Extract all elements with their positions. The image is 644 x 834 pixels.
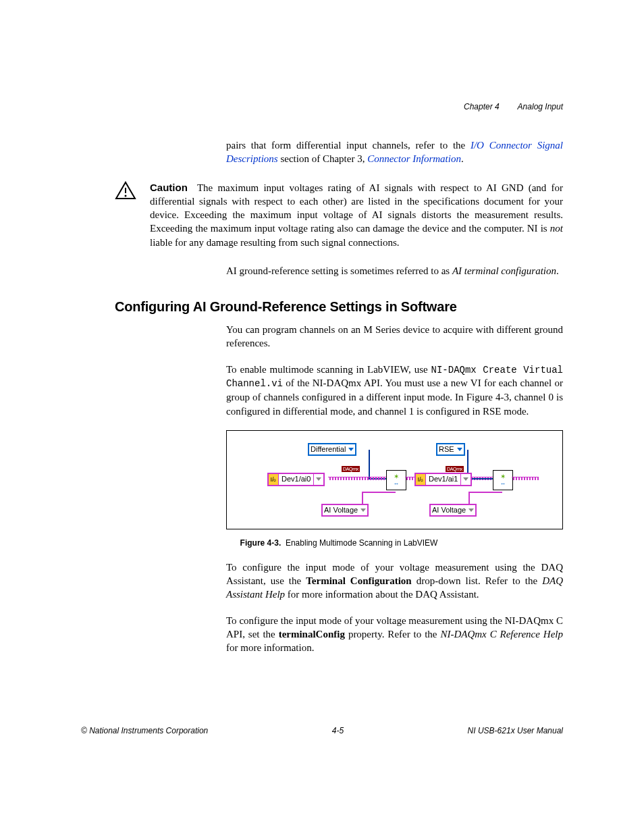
p4-post: for more information.: [226, 642, 314, 653]
note-pre: AI ground-reference setting is sometimes…: [226, 265, 452, 276]
dropdown-rse[interactable]: RSE: [436, 443, 465, 456]
aivolt-label-right: AI Voltage: [432, 505, 466, 515]
intro-pre: pairs that form differential input chann…: [226, 140, 471, 151]
wire-wavy: [328, 477, 386, 480]
dropdown-arrow-icon: [360, 509, 366, 512]
wire: [369, 450, 370, 478]
p4-italic: NI-DAQmx C Reference Help: [440, 629, 563, 640]
rse-label: RSE: [439, 444, 454, 454]
caution-post: liable for any damage resulting from suc…: [150, 237, 399, 248]
intro-paragraph: pairs that form differential input chann…: [226, 138, 563, 166]
para-1: You can program channels on an M Series …: [226, 323, 563, 350]
footer-right: NI USB-621x User Manual: [468, 725, 563, 736]
page-footer: © National Instruments Corporation 4-5 N…: [81, 725, 563, 736]
figcap-text: Enabling Multimode Scanning in LabVIEW: [286, 538, 437, 548]
page: Chapter 4 Analog Input pairs that form d…: [0, 0, 644, 707]
footer-center: 4-5: [332, 725, 344, 736]
para-4: To configure the input mode of your volt…: [226, 614, 563, 655]
caution-pre: The maximum input voltages rating of AI …: [150, 182, 563, 234]
p2-pre: To enable multimode scanning in LabVIEW,…: [226, 364, 431, 375]
dropdown-arrow-icon: [348, 448, 354, 451]
dropdown-differential[interactable]: Differential: [308, 443, 356, 456]
header-title: Analog Input: [518, 102, 563, 111]
p3-post: for more information about the DAQ Assis…: [285, 589, 479, 600]
intro-post: .: [461, 153, 464, 164]
link-connector-info[interactable]: Connector Information: [367, 153, 461, 164]
daqmx-label-left: DAQmx: [342, 466, 360, 472]
dev0-label: Dev1/ai0: [279, 474, 313, 484]
dev1-label: Dev1/ai1: [426, 474, 460, 484]
io-arrow-icon: [313, 474, 323, 485]
aivolt-label-left: AI Voltage: [324, 505, 358, 515]
daqmx-node-left: ✶↔: [386, 470, 406, 490]
io-icon: I/₀: [269, 474, 279, 485]
caution-not: not: [550, 223, 563, 234]
wire: [362, 492, 363, 505]
wire: [468, 492, 470, 505]
p3-mid: drop-down list. Refer to the: [412, 575, 542, 586]
note-post: .: [556, 265, 559, 276]
p4-bold: terminalConfig: [279, 629, 345, 640]
intro-mid: section of Chapter 3,: [278, 153, 367, 164]
svg-point-2: [125, 194, 127, 197]
section-body-lower: To configure the input mode of your volt…: [226, 561, 563, 655]
daqmx-node-right: ✶↔: [493, 470, 513, 490]
p3-bold: Terminal Configuration: [306, 575, 412, 586]
diff-label: Differential: [311, 444, 346, 454]
p4-mid: property. Refer to the: [345, 629, 440, 640]
para-2: To enable multimode scanning in LabVIEW,…: [226, 363, 563, 418]
dropdown-aivoltage-left[interactable]: AI Voltage: [321, 504, 369, 517]
note-italic: AI terminal configuration: [452, 265, 556, 276]
figcap-bold: Figure 4-3.: [240, 538, 281, 548]
header-chapter: Chapter 4: [464, 102, 500, 111]
daqmx-label-right: DAQmx: [446, 466, 464, 472]
page-header: Chapter 4 Analog Input: [464, 101, 563, 112]
caution-text: Caution The maximum input voltages ratin…: [150, 181, 563, 249]
io-dev1-ai0[interactable]: I/₀ Dev1/ai0: [267, 473, 325, 486]
caution-icon: [115, 181, 136, 203]
io-dev1-ai1[interactable]: I/₀ Dev1/ai1: [414, 473, 472, 486]
dropdown-arrow-icon: [468, 509, 474, 512]
caution-block: Caution The maximum input voltages ratin…: [115, 181, 563, 249]
figure-4-3: Differential DAQmx I/₀ Dev1/ai0 ✶↔ AI Vo…: [226, 430, 563, 529]
footer-left: © National Instruments Corporation: [81, 725, 208, 736]
wire: [362, 492, 396, 493]
io-icon: I/₀: [416, 474, 426, 485]
wire-wavy-out: [512, 477, 539, 480]
para-3: To configure the input mode of your volt…: [226, 561, 563, 602]
io-arrow-icon: [460, 474, 471, 485]
figure-caption: Figure 4-3. Enabling Multimode Scanning …: [115, 538, 563, 548]
section-body: You can program channels on an M Series …: [226, 323, 563, 418]
dropdown-aivoltage-right[interactable]: AI Voltage: [429, 504, 477, 517]
terminology-note: AI ground-reference setting is sometimes…: [226, 264, 563, 278]
caution-label: Caution: [150, 182, 188, 193]
dropdown-arrow-icon: [457, 448, 462, 451]
wire: [468, 492, 502, 493]
section-heading: Configuring AI Ground-Reference Settings…: [115, 298, 563, 316]
